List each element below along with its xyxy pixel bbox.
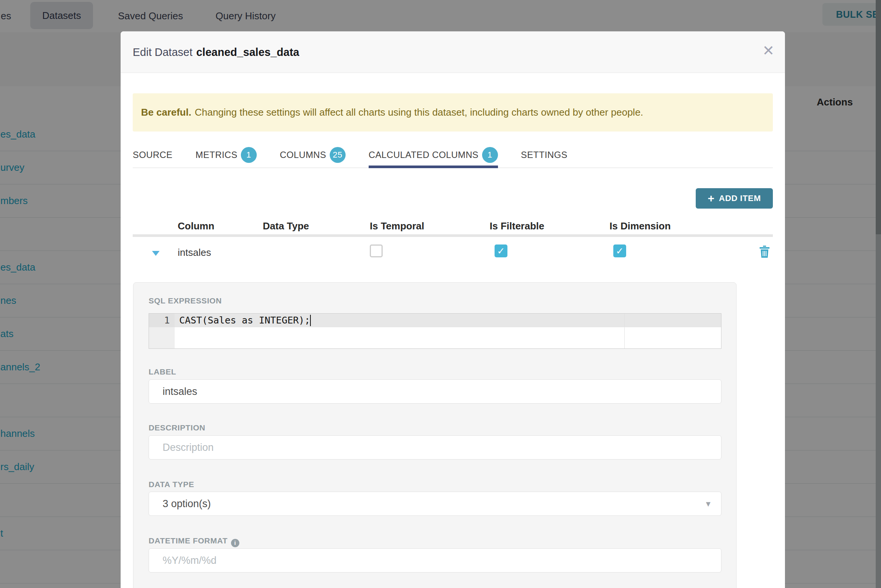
chevron-down-icon: ▾ (706, 492, 710, 515)
data-type-select[interactable]: 3 option(s) ▾ (149, 492, 721, 516)
header-divider (133, 234, 773, 237)
modal-tabs: SOURCE METRICS 1 COLUMNS 25 CALCULATED C… (133, 142, 773, 168)
editor-gutter: 1 (149, 314, 175, 348)
calculated-column-detail-panel: SQL EXPRESSION 1 CAST(Sales as INTEGER);… (133, 282, 737, 588)
datetime-format-field-label: DATETIME FORMATi (149, 536, 239, 547)
data-type-field-label: DATA TYPE (149, 480, 194, 489)
collapse-row-caret-icon[interactable] (152, 251, 160, 256)
modal-title-dataset-name: cleaned_sales_data (196, 46, 299, 59)
tab-source[interactable]: SOURCE (133, 142, 172, 167)
calculated-column-name: intsales (178, 247, 211, 258)
modal-title-prefix: Edit Dataset (133, 46, 192, 59)
tab-count-badge: 25 (330, 147, 346, 163)
warning-banner: Be careful. Changing these settings will… (133, 93, 773, 132)
datetime-format-label-text: DATETIME FORMAT (149, 536, 228, 545)
sql-expression-label: SQL EXPRESSION (149, 296, 222, 305)
description-field-label: DESCRIPTION (149, 423, 205, 432)
tab-label: SOURCE (133, 150, 172, 160)
check-icon: ✓ (616, 246, 624, 257)
trash-icon[interactable] (759, 245, 770, 258)
is-dimension-checkbox[interactable]: ✓ (613, 244, 626, 257)
check-icon: ✓ (497, 246, 505, 257)
tab-settings[interactable]: SETTINGS (521, 142, 568, 167)
is-temporal-checkbox[interactable] (370, 244, 383, 257)
modal-header: Edit Dataset cleaned_sales_data ✕ (121, 31, 785, 73)
is-filterable-checkbox[interactable]: ✓ (495, 244, 507, 257)
label-input[interactable] (149, 379, 721, 404)
datetime-format-input[interactable] (149, 548, 721, 573)
close-icon[interactable]: ✕ (762, 43, 774, 58)
tab-metrics[interactable]: METRICS 1 (195, 142, 257, 167)
tab-calculated-columns[interactable]: CALCULATED COLUMNS 1 (369, 142, 498, 167)
warning-bold: Be careful. (141, 107, 191, 118)
editor-line-number: 1 (149, 314, 175, 327)
edit-dataset-modal: Edit Dataset cleaned_sales_data ✕ Be car… (121, 31, 785, 588)
add-item-label: ADD ITEM (719, 193, 761, 203)
info-icon[interactable]: i (231, 539, 239, 547)
column-header-is-filterable: Is Filterable (490, 220, 544, 232)
tab-label: METRICS (195, 150, 237, 160)
description-input[interactable] (149, 435, 721, 460)
column-header-is-temporal: Is Temporal (370, 220, 424, 232)
sql-code-editor[interactable]: 1 CAST(Sales as INTEGER); (149, 313, 721, 349)
tab-label: SETTINGS (521, 150, 568, 160)
tab-label: COLUMNS (280, 150, 326, 160)
screen: es Datasets Saved Queries Query History … (0, 0, 881, 588)
column-header-column: Column (178, 220, 214, 232)
warning-text: Changing these settings will affect all … (195, 107, 643, 118)
column-header-data-type: Data Type (263, 220, 309, 232)
data-type-select-value: 3 option(s) (163, 492, 211, 515)
label-field-label: LABEL (149, 367, 176, 376)
add-item-button[interactable]: + ADD ITEM (696, 188, 773, 209)
tab-columns[interactable]: COLUMNS 25 (280, 142, 346, 167)
editor-print-margin (624, 314, 625, 348)
modal-title: Edit Dataset cleaned_sales_data (133, 31, 299, 73)
column-header-is-dimension: Is Dimension (610, 220, 671, 232)
tab-count-badge: 1 (482, 147, 498, 163)
sql-code-text: CAST(Sales as INTEGER); (179, 314, 310, 327)
plus-icon: + (708, 193, 715, 204)
editor-text-cursor (310, 315, 311, 326)
tab-count-badge: 1 (241, 147, 257, 163)
tab-label: CALCULATED COLUMNS (369, 150, 479, 160)
